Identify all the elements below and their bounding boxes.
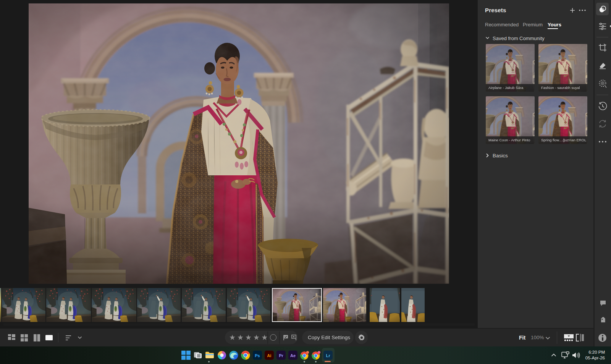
svg-text:Ae: Ae	[290, 353, 296, 358]
svg-text:Ai: Ai	[267, 353, 272, 358]
svg-text:Ps: Ps	[255, 353, 260, 358]
svg-text:Pr: Pr	[279, 353, 283, 358]
svg-text:Lr: Lr	[326, 353, 331, 358]
